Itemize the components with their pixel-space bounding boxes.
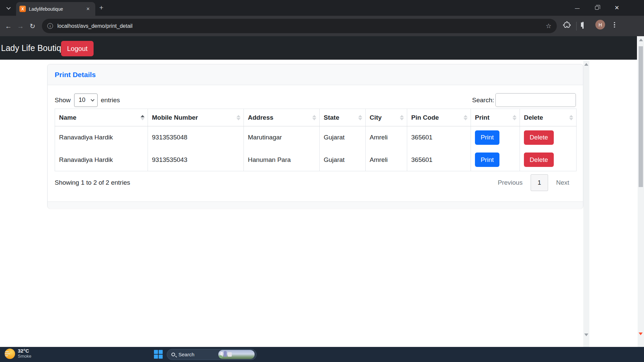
search-input[interactable] xyxy=(495,93,576,107)
chevron-down-icon xyxy=(91,98,94,101)
column-header-delete[interactable]: Delete xyxy=(520,109,577,126)
column-header-mobile[interactable]: Mobile Number xyxy=(148,109,244,126)
window-minimize-button[interactable]: — xyxy=(570,0,585,16)
pagination-next[interactable]: Next xyxy=(556,179,569,186)
cell-name: Ranavadiya Hardik xyxy=(55,149,148,171)
sort-icon xyxy=(400,115,404,120)
browser-toolbar: ← → ↻ i localhost/avs_demo/print_detail … xyxy=(0,16,644,36)
cell-city: Amreli xyxy=(366,149,407,171)
browser-tab-strip: X Ladylifeboutique ✕ + — ✕ xyxy=(0,0,644,16)
page-size-select[interactable]: 10 xyxy=(74,94,98,107)
forward-button[interactable]: → xyxy=(15,21,25,31)
extensions-icon[interactable] xyxy=(563,21,571,31)
site-navbar: Lady Life Boutique Logout xyxy=(0,36,637,60)
start-button-icon[interactable] xyxy=(154,350,163,359)
cell-city: Amreli xyxy=(366,126,407,149)
table-header-row: Name Mobile Number Address State City Pi… xyxy=(55,109,577,126)
column-label: City xyxy=(370,114,382,121)
card-body: Show 10 entries Search: xyxy=(48,85,583,201)
address-bar[interactable]: i localhost/avs_demo/print_detail ☆ xyxy=(42,19,557,33)
column-header-print[interactable]: Print xyxy=(471,109,520,126)
reload-button[interactable]: ↻ xyxy=(28,21,38,31)
scrollbar-thumb[interactable] xyxy=(639,46,643,187)
toolbar-divider xyxy=(576,22,577,31)
cell-mobile: 9313535043 xyxy=(148,149,244,171)
entries-label: entries xyxy=(101,97,120,104)
delete-button[interactable]: Delete xyxy=(524,130,554,145)
search-icon xyxy=(171,353,175,356)
bing-daily-image xyxy=(218,350,255,359)
cell-pincode: 365601 xyxy=(407,126,471,149)
cell-pincode: 365601 xyxy=(407,149,471,171)
scroll-down-arrow[interactable] xyxy=(639,333,643,335)
site-info-icon[interactable]: i xyxy=(47,23,53,29)
table-info-text: Showing 1 to 2 of 2 entries xyxy=(55,179,130,186)
print-button[interactable]: Print xyxy=(475,130,499,145)
window-close-button[interactable]: ✕ xyxy=(609,0,625,16)
tab-close-icon[interactable]: ✕ xyxy=(84,5,92,12)
table-row: Ranavadiya Hardik 9313535043 Hanuman Par… xyxy=(55,149,577,171)
cell-mobile: 9313535048 xyxy=(148,126,244,149)
column-header-city[interactable]: City xyxy=(366,109,407,126)
profile-avatar[interactable]: H xyxy=(595,20,605,29)
weather-condition: Smoke xyxy=(18,354,31,359)
pagination-page-1[interactable]: 1 xyxy=(531,174,548,191)
bookmark-star-icon[interactable]: ☆ xyxy=(546,22,551,30)
logout-button[interactable]: Logout xyxy=(61,41,94,56)
tab-search-button[interactable] xyxy=(3,3,13,13)
cell-state: Gujarat xyxy=(320,126,366,149)
page-size-value: 10 xyxy=(79,97,86,104)
search-label: Search: xyxy=(472,97,494,104)
delete-button[interactable]: Delete xyxy=(524,153,554,167)
column-label: Name xyxy=(59,114,76,121)
sort-icon xyxy=(569,115,573,120)
cell-name: Ranavadiya Hardik xyxy=(55,126,148,149)
sort-icon xyxy=(513,115,517,120)
show-label: Show xyxy=(55,97,71,104)
sort-icon xyxy=(464,115,468,120)
xampp-favicon-icon: X xyxy=(19,6,26,12)
back-button[interactable]: ← xyxy=(3,21,13,31)
taskbar: 32°C Smoke Search ? M H Ps X xyxy=(0,347,644,362)
chevron-down-icon xyxy=(6,5,11,10)
scroll-up-arrow[interactable] xyxy=(584,63,588,66)
new-tab-button[interactable]: + xyxy=(99,4,103,11)
weather-widget[interactable]: 32°C Smoke xyxy=(5,348,31,359)
column-label: Delete xyxy=(524,114,543,121)
column-header-state[interactable]: State xyxy=(320,109,366,126)
search-placeholder: Search xyxy=(178,352,215,357)
page-content: Print Details Show 10 entries Search: xyxy=(0,60,637,347)
browser-tab[interactable]: X Ladylifeboutique ✕ xyxy=(16,2,95,16)
column-label: Mobile Number xyxy=(152,114,198,121)
page-scrollbar[interactable] xyxy=(583,60,589,347)
scroll-down-arrow[interactable] xyxy=(584,334,588,336)
column-header-pincode[interactable]: Pin Code xyxy=(407,109,471,126)
sort-icon xyxy=(141,115,145,120)
column-header-address[interactable]: Address xyxy=(244,109,320,126)
browser-menu-icon[interactable] xyxy=(611,20,618,29)
side-panel-icon[interactable] xyxy=(582,22,584,28)
cell-address: Hanuman Para xyxy=(244,149,320,171)
pagination: Previous 1 Next xyxy=(498,174,569,191)
column-label: State xyxy=(324,114,339,121)
sort-icon xyxy=(312,115,316,120)
card-header: Print Details xyxy=(48,64,583,85)
print-button[interactable]: Print xyxy=(475,153,499,167)
card-footer xyxy=(48,201,583,208)
sort-icon xyxy=(358,115,362,120)
column-header-name[interactable]: Name xyxy=(55,109,148,126)
taskbar-search[interactable]: Search xyxy=(167,349,257,360)
restore-icon xyxy=(595,6,599,10)
tab-title: Ladylifeboutique xyxy=(29,6,84,12)
column-label: Pin Code xyxy=(411,114,439,121)
url-text: localhost/avs_demo/print_detail xyxy=(57,23,546,29)
print-details-table: Name Mobile Number Address State City Pi… xyxy=(55,109,577,171)
cell-state: Gujarat xyxy=(320,149,366,171)
scroll-up-arrow[interactable] xyxy=(639,39,643,41)
table-row: Ranavadiya Hardik 9313535048 Marutinagar… xyxy=(55,126,577,149)
brand-title: Lady Life Boutique xyxy=(0,43,70,53)
browser-scrollbar[interactable] xyxy=(638,36,644,347)
weather-temp: 32°C xyxy=(18,348,31,354)
window-restore-button[interactable] xyxy=(589,0,604,16)
pagination-previous[interactable]: Previous xyxy=(498,179,523,186)
